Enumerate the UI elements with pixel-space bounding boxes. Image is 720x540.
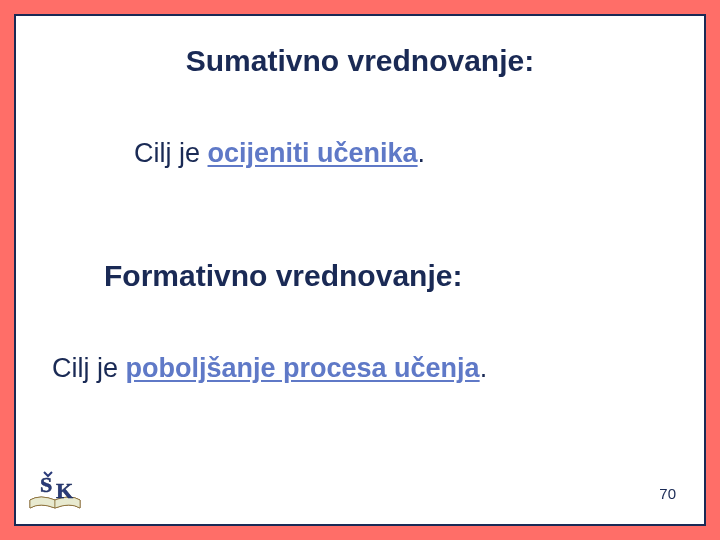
formative-goal-emph: poboljšanje procesa učenja [126,353,480,383]
formative-goal-prefix: Cilj je [52,353,126,383]
heading-formative: Formativno vrednovanje: [104,259,674,293]
slide-outer-frame: Sumativno vrednovanje: Cilj je ocijeniti… [0,0,720,540]
svg-text:S: S [40,472,52,497]
slide-inner-frame: Sumativno vrednovanje: Cilj je ocijeniti… [14,14,706,526]
page-number: 70 [659,485,676,502]
summative-goal-emph: ocijeniti učenika [208,138,418,168]
svg-text:K: K [56,478,73,503]
summative-goal-prefix: Cilj je [134,138,208,168]
summative-goal-suffix: . [418,138,426,168]
formative-goal-line: Cilj je poboljšanje procesa učenja. [52,353,674,384]
publisher-logo-icon: S K [26,470,84,518]
heading-summative: Sumativno vrednovanje: [46,44,674,78]
formative-goal-suffix: . [480,353,488,383]
summative-goal-line: Cilj je ocijeniti učenika. [134,138,674,169]
